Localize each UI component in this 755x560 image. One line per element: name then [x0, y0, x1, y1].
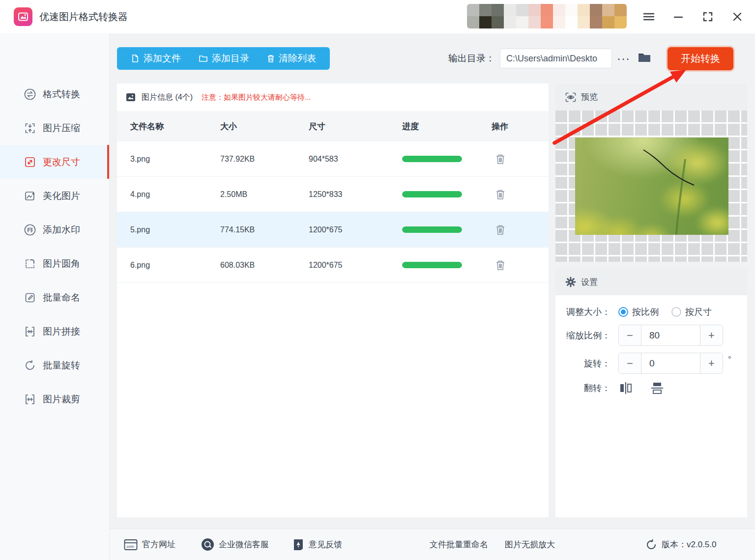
- cell-file-name: 4.png: [117, 190, 220, 199]
- content-body: 图片信息 (4个) 注意：如果图片较大请耐心等待... 文件名称 大小 尺寸 进…: [110, 84, 755, 517]
- preview-title: 预览: [581, 91, 598, 103]
- gear-icon: [565, 277, 576, 287]
- table-info-title: 图片信息 (4个): [142, 92, 193, 103]
- sidebar-item-compress[interactable]: 图片压缩: [0, 111, 109, 145]
- output-directory-group: 输出目录： C:\Users\admin\Deskto ··· 开始转换: [448, 47, 733, 70]
- column-header-ops: 操作: [491, 121, 535, 132]
- sidebar-item-label: 图片圆角: [43, 257, 80, 270]
- rotate-value-input[interactable]: 0: [641, 353, 700, 373]
- radio-unchecked-icon: [671, 307, 681, 317]
- lossless-enlarge-link[interactable]: 图片无损放大: [505, 539, 555, 550]
- scale-decrease-button[interactable]: −: [619, 325, 641, 345]
- delete-row-button[interactable]: [494, 188, 506, 201]
- file-table-panel: 图片信息 (4个) 注意：如果图片较大请耐心等待... 文件名称 大小 尺寸 进…: [117, 84, 549, 517]
- wechat-service-icon: [201, 538, 214, 551]
- convert-icon: [24, 88, 36, 101]
- preview-annotation-lines: [575, 138, 728, 235]
- clear-list-button[interactable]: 清除列表: [258, 52, 325, 65]
- flip-horizontal-button[interactable]: [618, 381, 633, 395]
- radio-by-size[interactable]: 按尺寸: [671, 306, 712, 318]
- titlebar: 优速图片格式转换器: [0, 0, 755, 33]
- column-header-size: 大小: [220, 121, 309, 132]
- dotcom-icon: .com: [124, 539, 138, 551]
- column-header-progress: 进度: [402, 121, 491, 132]
- flip-vertical-button[interactable]: [650, 381, 665, 395]
- app-logo-icon: [14, 7, 32, 26]
- add-directory-label: 添加目录: [212, 52, 249, 65]
- sidebar-item-crop[interactable]: 图片裁剪: [0, 382, 109, 416]
- right-panel: 预览 设置: [555, 84, 747, 517]
- flip-row: 翻转：: [555, 381, 747, 395]
- table-row[interactable]: 4.png 2.50MB 1250*833: [117, 177, 549, 212]
- sidebar-item-stitch[interactable]: 图片拼接: [0, 314, 109, 348]
- sidebar-item-beautify[interactable]: 美化图片: [0, 179, 109, 213]
- add-file-button[interactable]: 添加文件: [122, 52, 190, 65]
- progress-bar: [402, 262, 462, 268]
- sidebar-item-batch-rename[interactable]: 批量命名: [0, 280, 109, 314]
- close-button[interactable]: [731, 11, 743, 23]
- sidebar-item-label: 批量旋转: [43, 359, 80, 372]
- scale-value-input[interactable]: 80: [641, 325, 700, 345]
- delete-row-button[interactable]: [494, 224, 506, 236]
- sidebar-item-label: 更改尺寸: [43, 156, 80, 168]
- scale-increase-button[interactable]: +: [700, 325, 723, 345]
- menu-hamburger-icon[interactable]: [643, 11, 655, 23]
- file-icon: [131, 54, 140, 63]
- start-convert-button[interactable]: 开始转换: [668, 47, 733, 70]
- redacted-mosaic: [467, 4, 627, 28]
- folder-solid-icon: [637, 51, 652, 64]
- batch-rename-link[interactable]: 文件批量重命名: [430, 539, 488, 550]
- cell-file-name: 6.png: [117, 261, 220, 270]
- flip-horizontal-icon: [618, 381, 633, 395]
- cell-progress: [402, 262, 491, 268]
- rotate-icon: [24, 359, 36, 372]
- rotate-increase-button[interactable]: +: [700, 353, 723, 373]
- minimize-button[interactable]: [672, 11, 684, 23]
- trash-icon: [495, 153, 506, 165]
- delete-row-button[interactable]: [494, 153, 506, 166]
- official-site-link[interactable]: .com 官方网址: [124, 539, 175, 551]
- sidebar-item-format-convert[interactable]: 格式转换: [0, 77, 109, 111]
- open-folder-button[interactable]: [637, 51, 652, 66]
- rotate-decrease-button[interactable]: −: [619, 353, 641, 373]
- cell-file-size: 2.50MB: [220, 190, 309, 199]
- main-area: 格式转换 图片压缩 更改尺寸 美化图片 添加水印 图片圆角 批量命名 图片拼接: [0, 33, 755, 560]
- browse-more-button[interactable]: ···: [617, 52, 630, 65]
- table-row[interactable]: 6.png 608.03KB 1200*675: [117, 248, 549, 283]
- beautify-icon: [24, 190, 36, 202]
- footer: .com 官方网址 企业微信客服 意见反馈 文件批量重命名 图片无损放大 版本：…: [110, 529, 755, 560]
- sidebar-item-batch-rotate[interactable]: 批量旋转: [0, 348, 109, 382]
- table-row[interactable]: 3.png 737.92KB 904*583: [117, 141, 549, 177]
- feedback-link[interactable]: 意见反馈: [292, 538, 342, 551]
- version-label: 版本：v2.0.5.0: [662, 539, 717, 550]
- wechat-support-link[interactable]: 企业微信客服: [201, 538, 269, 551]
- radio-by-ratio[interactable]: 按比例: [618, 306, 659, 318]
- rounded-corner-icon: [24, 257, 36, 270]
- version-info[interactable]: 版本：v2.0.5.0: [645, 539, 717, 551]
- sidebar-item-rounded-corner[interactable]: 图片圆角: [0, 247, 109, 280]
- progress-bar: [402, 191, 462, 197]
- app-title: 优速图片格式转换器: [39, 10, 128, 24]
- stitch-icon: [24, 325, 36, 338]
- sidebar-item-watermark[interactable]: 添加水印: [0, 213, 109, 247]
- trash-icon: [495, 189, 506, 200]
- cell-file-dims: 1250*833: [309, 190, 402, 199]
- maximize-button[interactable]: [702, 11, 714, 23]
- trash-icon: [495, 259, 506, 271]
- output-directory-input[interactable]: C:\Users\admin\Deskto: [500, 49, 612, 68]
- table-row-selected[interactable]: 5.png 774.15KB 1200*675: [117, 212, 549, 248]
- preview-image[interactable]: [575, 138, 728, 235]
- preview-transparency-area: [555, 111, 747, 262]
- sidebar: 格式转换 图片压缩 更改尺寸 美化图片 添加水印 图片圆角 批量命名 图片拼接: [0, 33, 110, 560]
- delete-row-button[interactable]: [494, 259, 506, 272]
- watermark-icon: [24, 224, 36, 236]
- sidebar-item-resize[interactable]: 更改尺寸: [0, 145, 109, 179]
- cell-file-dims: 1200*675: [309, 225, 402, 234]
- scale-label: 缩放比例：: [555, 330, 610, 341]
- rename-icon: [24, 291, 36, 304]
- sidebar-item-label: 图片裁剪: [43, 393, 80, 406]
- add-directory-button[interactable]: 添加目录: [190, 52, 258, 65]
- sidebar-item-label: 格式转换: [43, 88, 80, 101]
- file-actions-group: 添加文件 添加目录 清除列表: [117, 47, 330, 70]
- progress-bar: [402, 226, 462, 233]
